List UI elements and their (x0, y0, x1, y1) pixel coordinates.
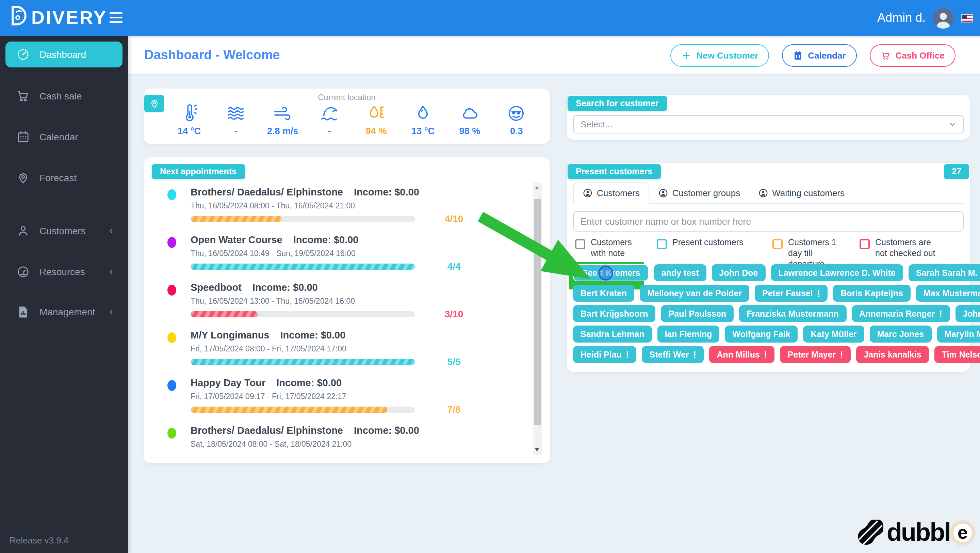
humidity-droplet-scale-icon (366, 103, 387, 125)
sidebar-item-customers[interactable]: Customers (5, 218, 123, 244)
appointment-color-dot (167, 237, 176, 248)
customer-select-dropdown[interactable]: Select... (573, 115, 964, 134)
customer-chip-paul-paulssen[interactable]: Paul Paulssen (661, 305, 734, 322)
customer-chip-wolfgang-falk[interactable]: Wolfgang Falk (725, 325, 798, 343)
customer-chip-lawrence-lawrence-d-white[interactable]: Lawrence Lawrence D. White (771, 264, 903, 281)
appointment-capacity-value: 4/10 (435, 213, 473, 224)
customer-chip-katy-m-ller[interactable]: Katy Müller (803, 325, 864, 343)
customer-chip-marc-jones[interactable]: Marc Jones (870, 325, 932, 343)
chip-label: Sandra Lehman (581, 329, 644, 339)
customer-tabs: CustomersCustomer groupsWaiting customer… (573, 183, 964, 204)
scroll-down-arrow-icon[interactable] (535, 448, 539, 451)
customer-chip-steffi-wer[interactable]: Steffi Wer! (642, 346, 704, 363)
appointment-item[interactable]: SpeedbootIncome: $0.00Thu, 16/05/2024 13… (143, 279, 550, 327)
user-name: Admin d. (877, 11, 926, 25)
chip-label: Tim Nelson (942, 350, 980, 359)
appointment-color-dot (167, 189, 176, 200)
appointment-name: Brothers/ Daedalus/ Elphinstone (191, 425, 343, 436)
customer-chip-peter-mayer[interactable]: Peter Mayer! (780, 346, 851, 363)
appointment-progress-bar (191, 311, 415, 317)
appointment-dates: Thu, 16/05/2024 13:00 - Thu, 16/05/2024 … (191, 297, 355, 305)
checkbox-icon[interactable] (859, 239, 870, 249)
sidebar-item-dashboard[interactable]: Dashboard (5, 41, 123, 67)
pin-icon (16, 171, 30, 185)
chip-row: Bert KratenMelloney van de PolderPeter F… (573, 285, 980, 302)
sidebar-item-label: Management (40, 306, 95, 317)
scrollbar-thumb[interactable] (534, 199, 541, 425)
sidebar-item-cash-sale[interactable]: Cash sale (5, 83, 123, 109)
appointment-item[interactable]: M/Y LongimanusIncome: $0.00Fri, 17/05/20… (143, 327, 550, 375)
user-area: Admin d. (877, 0, 973, 36)
customer-chip-franziska-mustermann[interactable]: Franziska Mustermann (739, 305, 846, 322)
appointment-item[interactable]: Open Water CourseIncome: $0.00Thu, 16/05… (143, 231, 550, 279)
customer-chip-melloney-van-de-polder[interactable]: Melloney van de Polder (640, 285, 749, 302)
customer-chip-bart-krijgshoorn[interactable]: Bart Krijgshoorn (573, 305, 656, 322)
checkbox-icon[interactable] (657, 239, 667, 249)
customer-chip-max-mustermann[interactable]: Max Mustermann (916, 285, 980, 302)
customer-search-input[interactable] (573, 211, 964, 231)
customer-chip-marylin-miller[interactable]: Marylin Miller! (937, 325, 980, 343)
app-root: DIVERY Admin d. DashboardCash saleCalend… (0, 0, 980, 553)
customer-chip-annemaria-renger[interactable]: Annemaria Renger! (852, 305, 950, 322)
present-customers-card: Present customers 27 CustomersCustomer g… (567, 163, 970, 372)
scroll-up-arrow-icon[interactable] (535, 186, 539, 189)
language-flag-us-icon[interactable] (961, 14, 973, 22)
chevron-left-icon (107, 308, 116, 316)
appointment-income: Income: $0.00 (276, 377, 342, 388)
appointment-progress-bar (191, 216, 415, 222)
hamburger-menu-icon[interactable] (110, 12, 123, 23)
weather-metric-value: 94 % (366, 126, 387, 136)
sidebar-item-management[interactable]: Management (5, 299, 123, 325)
header-button-cash-office[interactable]: Cash Office (870, 44, 956, 67)
appointment-item[interactable]: Brothers/ Daedalus/ ElphinstoneIncome: $… (143, 422, 550, 454)
chip-label: Franziska Mustermann (746, 309, 839, 319)
customer-chip-ann-millus[interactable]: Ann Millus! (710, 346, 775, 363)
header-button-new-customer[interactable]: New Customer (670, 44, 769, 67)
appointment-income: Income: $0.00 (280, 330, 346, 341)
appointment-item[interactable]: Brothers/ Daedalus/ ElphinstoneIncome: $… (143, 184, 550, 231)
customer-chip-john-doe[interactable]: John Doe (712, 264, 765, 281)
chip-label: Paul Paulssen (669, 309, 727, 319)
weather-label: Current location (143, 92, 550, 102)
user-avatar[interactable] (933, 8, 953, 28)
customer-chip-sandra-lehman[interactable]: Sandra Lehman (573, 325, 652, 343)
checkbox-icon[interactable] (772, 239, 783, 249)
appointment-capacity-value: 1/10 (435, 451, 473, 454)
appointment-name: Speedboot (191, 282, 242, 293)
appointments-scrollbar[interactable] (533, 183, 542, 455)
customer-chip-sarah-sarah-m-torre[interactable]: Sarah Sarah M. Torre (908, 264, 980, 281)
customer-chip-ian-fleming[interactable]: Ian Fleming (657, 325, 720, 343)
swell-wave-icon (319, 103, 340, 125)
dubble-logo-icon (858, 520, 883, 545)
checkbox-icon[interactable] (575, 239, 585, 249)
sidebar-item-calendar[interactable]: Calendar (5, 124, 123, 150)
next-appointments-card: Next appointments Brothers/ Daedalus/ El… (143, 157, 550, 463)
customer-chip-bert-kraten[interactable]: Bert Kraten (573, 285, 634, 302)
chip-label: Ian Fleming (665, 329, 712, 339)
alert-exclamation: ! (626, 349, 629, 360)
app-logo[interactable]: DIVERY (8, 5, 107, 31)
customer-chip-john-doe[interactable]: John Doe! (955, 305, 980, 322)
appointment-dates: Fri, 17/05/2024 09:17 - Fri, 17/05/2024 … (191, 392, 347, 400)
sidebar-item-forecast[interactable]: Forecast (5, 165, 123, 191)
appointment-title-row: Happy Day TourIncome: $0.00 (191, 377, 342, 388)
weather-metric-swell-wave: - (307, 103, 352, 138)
customer-chip-boris-kapteijns[interactable]: Boris Kapteijns (833, 285, 910, 302)
person-icon (16, 224, 30, 238)
tab-waiting-customers[interactable]: Waiting customers (749, 183, 853, 203)
customer-chip-tim-nelson[interactable]: Tim Nelson! (934, 346, 980, 363)
chevron-left-icon (107, 267, 116, 276)
divery-logo-icon (8, 5, 30, 31)
sidebar-item-resources[interactable]: Resources (5, 259, 123, 285)
customer-chip-janis-kanalkis[interactable]: Janis kanalkis (856, 346, 929, 363)
header-button-calendar[interactable]: Calendar (782, 44, 856, 67)
customer-chip-andy-test[interactable]: andy test (654, 264, 706, 281)
customer-chip-heidi-plau[interactable]: Heidi Plau! (573, 346, 637, 363)
tab-customer-groups[interactable]: Customer groups (649, 183, 749, 203)
sidebar: DashboardCash saleCalendarForecastCustom… (0, 36, 128, 553)
weather-metric-value: - (328, 126, 331, 136)
present-customers-count-badge: 27 (944, 164, 969, 179)
appointment-item[interactable]: Happy Day TourIncome: $0.00Fri, 17/05/20… (143, 375, 550, 422)
tab-customers[interactable]: Customers (573, 183, 649, 204)
customer-chip-peter-fausel[interactable]: Peter Fausel! (755, 285, 827, 302)
